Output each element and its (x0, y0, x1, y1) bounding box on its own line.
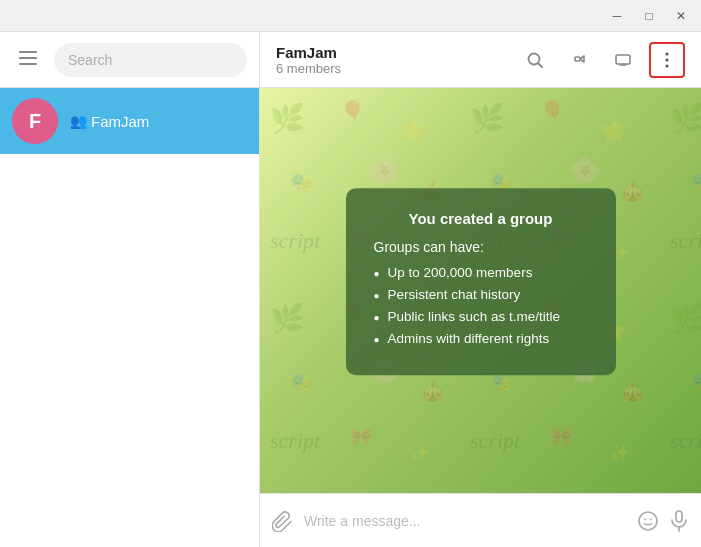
emoji-icon (637, 510, 659, 532)
svg-point-9 (665, 52, 668, 55)
more-icon (665, 51, 669, 69)
chat-name: 👥 FamJam (70, 113, 247, 130)
svg-rect-5 (575, 57, 580, 61)
message-bar (260, 493, 701, 547)
sidebar-header (0, 32, 259, 88)
chat-info: 👥 FamJam (70, 113, 247, 130)
titlebar: ─ □ ✕ (0, 0, 701, 32)
info-card-subtitle: Groups can have: (374, 239, 588, 255)
attach-button[interactable] (272, 510, 294, 532)
app-container: F 👥 FamJam FamJam 6 members (0, 32, 701, 547)
chat-header-actions (517, 42, 685, 78)
svg-rect-15 (676, 511, 682, 522)
svg-rect-1 (19, 57, 37, 59)
chat-subtitle: 6 members (276, 61, 517, 76)
list-item: Public links such as t.me/title (374, 309, 588, 324)
chat-panel: FamJam 6 members (260, 32, 701, 547)
chat-list-item-famjam[interactable]: F 👥 FamJam (0, 88, 259, 154)
attach-icon (272, 510, 294, 532)
svg-point-11 (665, 64, 668, 67)
svg-rect-6 (616, 55, 630, 64)
chat-header: FamJam 6 members (260, 32, 701, 88)
svg-rect-2 (19, 63, 37, 65)
svg-point-14 (650, 518, 652, 520)
info-card-list: Up to 200,000 members Persistent chat hi… (374, 265, 588, 346)
list-item: Admins with different rights (374, 331, 588, 346)
screen-icon (614, 51, 632, 69)
group-icon: 👥 (70, 113, 87, 129)
sidebar: F 👥 FamJam (0, 32, 260, 547)
svg-point-13 (644, 518, 646, 520)
maximize-button[interactable]: □ (633, 5, 665, 27)
mic-button[interactable] (669, 510, 689, 532)
group-info-card: You created a group Groups can have: Up … (346, 188, 616, 375)
chat-header-info: FamJam 6 members (276, 44, 517, 76)
emoji-button[interactable] (637, 510, 659, 532)
mic-icon (669, 510, 689, 532)
more-options-button[interactable] (649, 42, 685, 78)
broadcast-icon (570, 51, 588, 69)
message-input[interactable] (304, 513, 627, 529)
svg-point-3 (529, 53, 540, 64)
chat-background: You created a group Groups can have: Up … (260, 88, 701, 493)
search-box[interactable] (54, 43, 247, 77)
chat-title: FamJam (276, 44, 517, 61)
broadcast-button[interactable] (561, 42, 597, 78)
svg-line-4 (539, 63, 543, 67)
close-button[interactable]: ✕ (665, 5, 697, 27)
info-card-title: You created a group (374, 210, 588, 227)
list-item: Persistent chat history (374, 287, 588, 302)
search-input[interactable] (68, 52, 233, 68)
svg-point-10 (665, 58, 668, 61)
list-item: Up to 200,000 members (374, 265, 588, 280)
svg-point-12 (639, 512, 657, 530)
hamburger-button[interactable] (12, 44, 44, 76)
search-button[interactable] (517, 42, 553, 78)
svg-rect-0 (19, 51, 37, 53)
screen-share-button[interactable] (605, 42, 641, 78)
hamburger-icon (19, 51, 37, 69)
avatar: F (12, 98, 58, 144)
search-icon (526, 51, 544, 69)
minimize-button[interactable]: ─ (601, 5, 633, 27)
